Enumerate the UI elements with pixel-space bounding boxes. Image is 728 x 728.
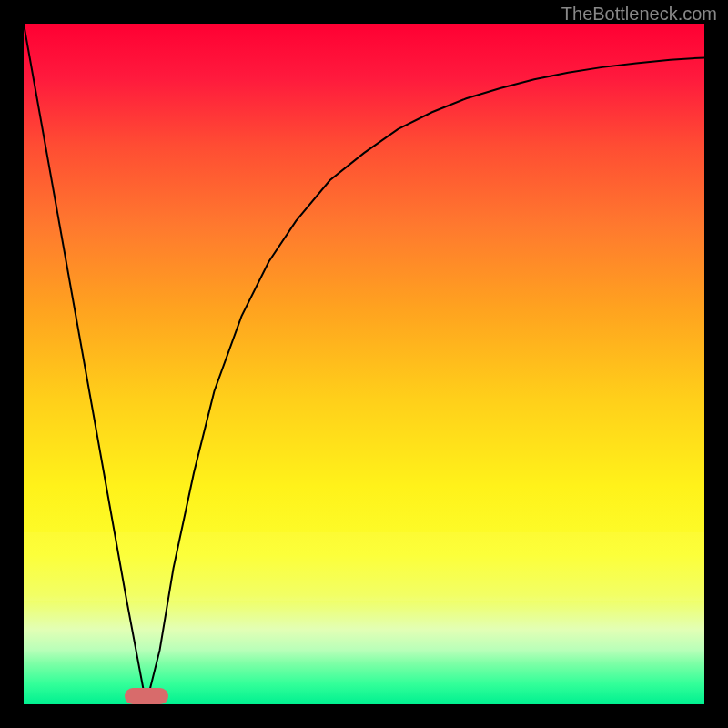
bottleneck-curve xyxy=(24,24,704,704)
attribution-text: TheBottleneck.com xyxy=(561,4,717,25)
chart-frame: TheBottleneck.com xyxy=(0,0,728,728)
plot-area xyxy=(24,24,704,704)
optimal-marker xyxy=(125,688,168,704)
curve-path xyxy=(24,24,704,704)
